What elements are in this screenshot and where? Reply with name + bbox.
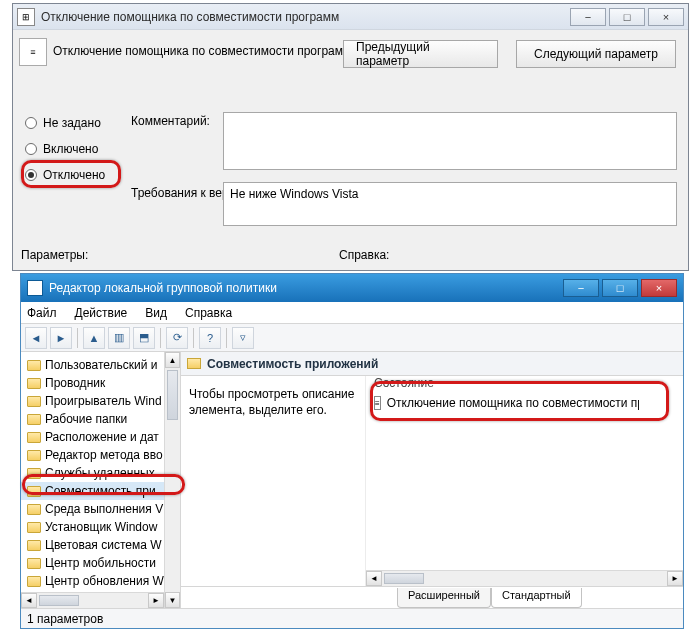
tree-item-label: Совместимость при [45, 484, 156, 498]
tree-item[interactable]: Среда выполнения V [21, 500, 180, 518]
tree-item[interactable]: Центр обновления W [21, 572, 180, 590]
comment-textarea[interactable] [223, 112, 677, 170]
gpedit-maximize-button[interactable]: □ [602, 279, 638, 297]
gpedit-close-button[interactable]: × [641, 279, 677, 297]
description-text: Чтобы просмотреть описание элемента, выд… [189, 387, 354, 417]
policy-item-text: Отключение помощника по совместимости пр… [387, 396, 639, 410]
filter-button[interactable]: ▿ [232, 327, 254, 349]
radio-enabled[interactable]: Включено [25, 142, 98, 156]
content-header: Совместимость приложений [181, 352, 683, 376]
toolbar-separator [226, 328, 227, 348]
scroll-thumb[interactable] [167, 370, 178, 420]
policy-list-item[interactable]: ≡ Отключение помощника по совместимости … [374, 396, 639, 410]
gpedit-minimize-button[interactable]: − [563, 279, 599, 297]
scroll-left-icon[interactable]: ◄ [366, 571, 382, 586]
tree-item[interactable]: Расположение и дат [21, 428, 180, 446]
folder-icon [27, 450, 41, 461]
status-text: 1 параметров [27, 612, 103, 626]
menu-file[interactable]: Файл [27, 306, 57, 320]
radio-disabled[interactable]: Отключено [25, 168, 105, 182]
tree-horizontal-scrollbar[interactable]: ◄► [21, 592, 164, 608]
dialog-titlebar[interactable]: ⊞ Отключение помощника по совместимости … [13, 4, 688, 30]
up-button[interactable]: ▲ [83, 327, 105, 349]
tree-item-label: Центр мобильности [45, 556, 156, 570]
description-pane: Чтобы просмотреть описание элемента, выд… [181, 376, 366, 586]
content-split: Чтобы просмотреть описание элемента, выд… [181, 376, 683, 586]
folder-icon [27, 468, 41, 479]
menu-action[interactable]: Действие [75, 306, 128, 320]
next-setting-label: Следующий параметр [534, 47, 658, 61]
radio-not-configured[interactable]: Не задано [25, 116, 101, 130]
back-button[interactable]: ◄ [25, 327, 47, 349]
gpedit-title: Редактор локальной групповой политики [49, 281, 560, 295]
folder-icon [27, 396, 41, 407]
tree-item[interactable]: Рабочие папки [21, 410, 180, 428]
radio-enabled-label: Включено [43, 142, 98, 156]
radio-icon [25, 143, 37, 155]
tree-item[interactable]: Проводник [21, 374, 180, 392]
tree-item-label: Расположение и дат [45, 430, 159, 444]
folder-icon [27, 378, 41, 389]
show-hide-tree-button[interactable]: ▥ [108, 327, 130, 349]
maximize-button[interactable]: □ [609, 8, 645, 26]
tab-standard[interactable]: Стандартный [491, 588, 582, 608]
policy-dialog: ⊞ Отключение помощника по совместимости … [12, 3, 689, 271]
tree-item[interactable]: Службы удаленных [21, 464, 180, 482]
scroll-thumb[interactable] [39, 595, 79, 606]
tree-vertical-scrollbar[interactable]: ▲▼ [164, 352, 180, 608]
gpedit-titlebar[interactable]: Редактор локальной групповой политики − … [21, 274, 683, 302]
forward-button[interactable]: ► [50, 327, 72, 349]
requirements-value: Не ниже Windows Vista [230, 187, 359, 201]
help-button[interactable]: ? [199, 327, 221, 349]
radio-icon [25, 117, 37, 129]
requirements-textarea[interactable]: Не ниже Windows Vista [223, 182, 677, 226]
dialog-header: ≡ Отключение помощника по совместимости … [19, 38, 351, 66]
tree-item[interactable]: Установщик Window [21, 518, 180, 536]
tree-item[interactable]: Центр мобильности [21, 554, 180, 572]
tree-item-label: Редактор метода вво [45, 448, 163, 462]
close-button[interactable]: × [648, 8, 684, 26]
content-header-text: Совместимость приложений [207, 357, 378, 371]
toolbar-separator [193, 328, 194, 348]
scroll-down-icon[interactable]: ▼ [165, 592, 180, 608]
dialog-body: ≡ Отключение помощника по совместимости … [13, 30, 688, 270]
comment-label: Комментарий: [131, 114, 210, 128]
tab-extended[interactable]: Расширенный [397, 588, 491, 608]
scroll-right-icon[interactable]: ► [148, 593, 164, 608]
folder-icon [27, 504, 41, 515]
previous-setting-button[interactable]: Предыдущий параметр [343, 40, 498, 68]
folder-icon [27, 414, 41, 425]
folder-icon [27, 360, 41, 371]
tree-item-label: Цветовая система W [45, 538, 162, 552]
gpedit-toolbar: ◄ ► ▲ ▥ ⬒ ⟳ ? ▿ [21, 324, 683, 352]
scroll-up-icon[interactable]: ▲ [165, 352, 180, 368]
next-setting-button[interactable]: Следующий параметр [516, 40, 676, 68]
minimize-button[interactable]: − [570, 8, 606, 26]
help-label: Справка: [339, 248, 389, 262]
tree-pane[interactable]: Пользовательский и Проводник Проигрывате… [21, 352, 181, 608]
tree-item[interactable]: Редактор метода вво [21, 446, 180, 464]
scroll-left-icon[interactable]: ◄ [21, 593, 37, 608]
export-button[interactable]: ⬒ [133, 327, 155, 349]
gpedit-icon [27, 280, 43, 296]
folder-icon [27, 522, 41, 533]
gpedit-menubar: Файл Действие Вид Справка [21, 302, 683, 324]
tree-item-label: Проводник [45, 376, 105, 390]
menu-view[interactable]: Вид [145, 306, 167, 320]
list-horizontal-scrollbar[interactable]: ◄► [366, 570, 683, 586]
radio-not-configured-label: Не задано [43, 116, 101, 130]
tree-item-selected[interactable]: Совместимость при [21, 482, 180, 500]
menu-help[interactable]: Справка [185, 306, 232, 320]
tree-item[interactable]: Проигрыватель Wind [21, 392, 180, 410]
gpedit-body: Пользовательский и Проводник Проигрывате… [21, 352, 683, 608]
scroll-right-icon[interactable]: ► [667, 571, 683, 586]
column-state-header[interactable]: Состояние [374, 376, 434, 390]
radio-icon [25, 169, 37, 181]
tree-item[interactable]: Цветовая система W [21, 536, 180, 554]
tree-item[interactable]: Пользовательский и [21, 356, 180, 374]
refresh-button[interactable]: ⟳ [166, 327, 188, 349]
scroll-thumb[interactable] [384, 573, 424, 584]
settings-list[interactable]: Состояние ≡ Отключение помощника по совм… [366, 376, 683, 586]
folder-icon [27, 576, 41, 587]
tree-item-label: Центр обновления W [45, 574, 164, 588]
